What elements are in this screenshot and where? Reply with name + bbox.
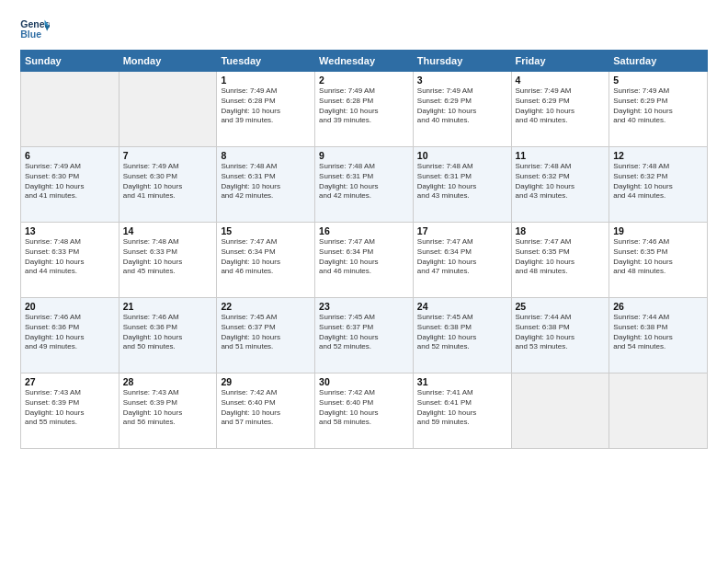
weekday-header-friday: Friday: [511, 51, 609, 72]
day-number: 31: [417, 376, 507, 387]
day-info: Sunrise: 7:43 AM Sunset: 6:39 PM Dayligh…: [25, 388, 115, 428]
week-row-1: 1Sunrise: 7:49 AM Sunset: 6:28 PM Daylig…: [21, 72, 708, 147]
day-info: Sunrise: 7:49 AM Sunset: 6:28 PM Dayligh…: [221, 86, 311, 126]
calendar-cell: 16Sunrise: 7:47 AM Sunset: 6:34 PM Dayli…: [315, 223, 414, 298]
calendar-cell: 23Sunrise: 7:45 AM Sunset: 6:37 PM Dayli…: [315, 298, 414, 373]
day-info: Sunrise: 7:45 AM Sunset: 6:37 PM Dayligh…: [221, 313, 311, 352]
calendar-cell: 20Sunrise: 7:46 AM Sunset: 6:36 PM Dayli…: [21, 298, 119, 373]
day-info: Sunrise: 7:49 AM Sunset: 6:28 PM Dayligh…: [319, 86, 409, 126]
day-number: 2: [319, 75, 409, 86]
day-info: Sunrise: 7:46 AM Sunset: 6:36 PM Dayligh…: [25, 313, 115, 352]
calendar-cell: 18Sunrise: 7:47 AM Sunset: 6:35 PM Dayli…: [511, 223, 609, 298]
day-number: 4: [516, 75, 606, 86]
day-info: Sunrise: 7:46 AM Sunset: 6:36 PM Dayligh…: [123, 313, 213, 352]
header: General Blue: [20, 17, 708, 42]
day-number: 6: [25, 150, 115, 161]
calendar: SundayMondayTuesdayWednesdayThursdayFrid…: [20, 50, 708, 449]
calendar-cell: 29Sunrise: 7:42 AM Sunset: 6:40 PM Dayli…: [217, 373, 315, 449]
calendar-cell: 12Sunrise: 7:48 AM Sunset: 6:32 PM Dayli…: [609, 147, 708, 223]
calendar-cell: 26Sunrise: 7:44 AM Sunset: 6:38 PM Dayli…: [609, 298, 708, 373]
day-info: Sunrise: 7:42 AM Sunset: 6:40 PM Dayligh…: [221, 388, 311, 428]
day-info: Sunrise: 7:47 AM Sunset: 6:34 PM Dayligh…: [221, 237, 311, 277]
day-number: 29: [221, 376, 311, 387]
day-info: Sunrise: 7:47 AM Sunset: 6:34 PM Dayligh…: [417, 237, 507, 277]
calendar-cell: 9Sunrise: 7:48 AM Sunset: 6:31 PM Daylig…: [315, 147, 414, 223]
day-info: Sunrise: 7:45 AM Sunset: 6:38 PM Dayligh…: [417, 313, 507, 352]
week-row-4: 20Sunrise: 7:46 AM Sunset: 6:36 PM Dayli…: [21, 298, 708, 373]
logo-icon: General Blue: [20, 17, 50, 42]
weekday-header-monday: Monday: [119, 51, 217, 72]
weekday-header-sunday: Sunday: [21, 51, 119, 72]
calendar-cell: 15Sunrise: 7:47 AM Sunset: 6:34 PM Dayli…: [217, 223, 315, 298]
day-number: 26: [613, 301, 703, 312]
day-info: Sunrise: 7:47 AM Sunset: 6:34 PM Dayligh…: [319, 237, 409, 277]
calendar-cell: [511, 373, 609, 449]
calendar-cell: 10Sunrise: 7:48 AM Sunset: 6:31 PM Dayli…: [413, 147, 511, 223]
day-info: Sunrise: 7:49 AM Sunset: 6:29 PM Dayligh…: [516, 86, 606, 126]
calendar-cell: 24Sunrise: 7:45 AM Sunset: 6:38 PM Dayli…: [413, 298, 511, 373]
day-info: Sunrise: 7:46 AM Sunset: 6:35 PM Dayligh…: [613, 237, 703, 277]
day-number: 16: [319, 225, 409, 236]
day-info: Sunrise: 7:47 AM Sunset: 6:35 PM Dayligh…: [516, 237, 606, 277]
day-number: 22: [221, 301, 311, 312]
calendar-cell: 22Sunrise: 7:45 AM Sunset: 6:37 PM Dayli…: [217, 298, 315, 373]
day-number: 7: [123, 150, 213, 161]
weekday-header-saturday: Saturday: [609, 51, 708, 72]
day-info: Sunrise: 7:49 AM Sunset: 6:29 PM Dayligh…: [417, 86, 507, 126]
day-info: Sunrise: 7:48 AM Sunset: 6:32 PM Dayligh…: [613, 162, 703, 201]
day-number: 19: [613, 225, 703, 236]
weekday-header-thursday: Thursday: [413, 51, 511, 72]
day-info: Sunrise: 7:48 AM Sunset: 6:33 PM Dayligh…: [25, 237, 115, 277]
day-number: 10: [417, 150, 507, 161]
calendar-cell: 7Sunrise: 7:49 AM Sunset: 6:30 PM Daylig…: [119, 147, 217, 223]
calendar-cell: 27Sunrise: 7:43 AM Sunset: 6:39 PM Dayli…: [21, 373, 119, 449]
day-number: 15: [221, 225, 311, 236]
weekday-header-tuesday: Tuesday: [217, 51, 315, 72]
calendar-cell: 5Sunrise: 7:49 AM Sunset: 6:29 PM Daylig…: [609, 72, 708, 147]
day-info: Sunrise: 7:48 AM Sunset: 6:31 PM Dayligh…: [221, 162, 311, 201]
calendar-cell: 4Sunrise: 7:49 AM Sunset: 6:29 PM Daylig…: [511, 72, 609, 147]
day-number: 30: [319, 376, 409, 387]
weekday-header-row: SundayMondayTuesdayWednesdayThursdayFrid…: [21, 51, 708, 72]
calendar-cell: 17Sunrise: 7:47 AM Sunset: 6:34 PM Dayli…: [413, 223, 511, 298]
day-info: Sunrise: 7:48 AM Sunset: 6:32 PM Dayligh…: [516, 162, 606, 201]
calendar-cell: 13Sunrise: 7:48 AM Sunset: 6:33 PM Dayli…: [21, 223, 119, 298]
day-number: 11: [516, 150, 606, 161]
calendar-cell: [609, 373, 708, 449]
day-number: 9: [319, 150, 409, 161]
calendar-cell: 1Sunrise: 7:49 AM Sunset: 6:28 PM Daylig…: [217, 72, 315, 147]
calendar-cell: 6Sunrise: 7:49 AM Sunset: 6:30 PM Daylig…: [21, 147, 119, 223]
day-info: Sunrise: 7:48 AM Sunset: 6:33 PM Dayligh…: [123, 237, 213, 277]
calendar-cell: 28Sunrise: 7:43 AM Sunset: 6:39 PM Dayli…: [119, 373, 217, 449]
day-info: Sunrise: 7:49 AM Sunset: 6:30 PM Dayligh…: [123, 162, 213, 201]
day-info: Sunrise: 7:49 AM Sunset: 6:30 PM Dayligh…: [25, 162, 115, 201]
day-number: 13: [25, 225, 115, 236]
day-info: Sunrise: 7:45 AM Sunset: 6:37 PM Dayligh…: [319, 313, 409, 352]
day-number: 17: [417, 225, 507, 236]
logo: General Blue: [20, 17, 51, 42]
day-number: 12: [613, 150, 703, 161]
day-number: 8: [221, 150, 311, 161]
calendar-cell: 31Sunrise: 7:41 AM Sunset: 6:41 PM Dayli…: [413, 373, 511, 449]
day-info: Sunrise: 7:41 AM Sunset: 6:41 PM Dayligh…: [417, 388, 507, 428]
day-number: 5: [613, 75, 703, 86]
week-row-3: 13Sunrise: 7:48 AM Sunset: 6:33 PM Dayli…: [21, 223, 708, 298]
calendar-cell: 2Sunrise: 7:49 AM Sunset: 6:28 PM Daylig…: [315, 72, 414, 147]
day-info: Sunrise: 7:49 AM Sunset: 6:29 PM Dayligh…: [613, 86, 703, 126]
weekday-header-wednesday: Wednesday: [315, 51, 414, 72]
calendar-cell: 8Sunrise: 7:48 AM Sunset: 6:31 PM Daylig…: [217, 147, 315, 223]
calendar-cell: [21, 72, 119, 147]
day-number: 18: [516, 225, 606, 236]
day-number: 25: [516, 301, 606, 312]
calendar-cell: 19Sunrise: 7:46 AM Sunset: 6:35 PM Dayli…: [609, 223, 708, 298]
day-number: 14: [123, 225, 213, 236]
calendar-cell: 25Sunrise: 7:44 AM Sunset: 6:38 PM Dayli…: [511, 298, 609, 373]
day-number: 21: [123, 301, 213, 312]
day-number: 1: [221, 75, 311, 86]
day-number: 23: [319, 301, 409, 312]
week-row-2: 6Sunrise: 7:49 AM Sunset: 6:30 PM Daylig…: [21, 147, 708, 223]
day-info: Sunrise: 7:44 AM Sunset: 6:38 PM Dayligh…: [516, 313, 606, 352]
day-number: 3: [417, 75, 507, 86]
calendar-cell: 14Sunrise: 7:48 AM Sunset: 6:33 PM Dayli…: [119, 223, 217, 298]
calendar-cell: 11Sunrise: 7:48 AM Sunset: 6:32 PM Dayli…: [511, 147, 609, 223]
